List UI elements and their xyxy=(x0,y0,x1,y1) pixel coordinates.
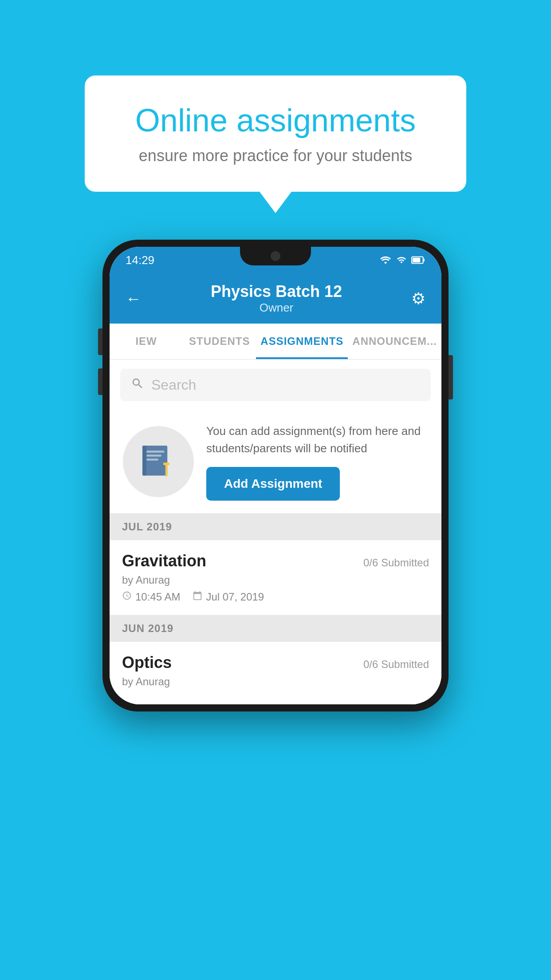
phone-notch xyxy=(240,247,311,265)
clock-icon xyxy=(122,591,132,603)
tab-assignments[interactable]: ASSIGNMENTS xyxy=(256,324,348,359)
search-bar[interactable]: Search xyxy=(120,369,431,401)
assignment-by-optics: by Anurag xyxy=(122,676,429,688)
svg-rect-5 xyxy=(146,450,165,453)
meta-time-gravitation: 10:45 AM xyxy=(122,591,180,603)
svg-rect-4 xyxy=(142,446,146,476)
assignment-name-optics: Optics xyxy=(122,653,172,672)
notebook-icon xyxy=(138,442,178,482)
header-title-group: Physics Batch 12 Owner xyxy=(211,282,342,315)
tabs-bar: IEW STUDENTS ASSIGNMENTS ANNOUNCEM... xyxy=(110,324,441,360)
phone-wrapper: 14:29 xyxy=(102,240,449,711)
bubble-title: Online assignments xyxy=(116,102,435,138)
phone-screen: 14:29 xyxy=(110,247,441,704)
date-value-gravitation: Jul 07, 2019 xyxy=(206,591,264,603)
promo-text: You can add assignment(s) from here and … xyxy=(206,423,428,457)
search-icon xyxy=(131,377,144,393)
header-title: Physics Batch 12 xyxy=(211,282,342,301)
tab-students[interactable]: STUDENTS xyxy=(183,324,256,359)
section-label-jun: JUN 2019 xyxy=(122,622,173,634)
status-icons xyxy=(379,255,425,265)
section-label-jul: JUL 2019 xyxy=(122,521,172,533)
wifi-icon xyxy=(379,255,392,265)
time-value-gravitation: 10:45 AM xyxy=(135,591,180,603)
svg-rect-9 xyxy=(163,462,169,465)
assignment-optics[interactable]: Optics 0/6 Submitted by Anurag xyxy=(110,642,441,704)
assignment-row-top-optics: Optics 0/6 Submitted xyxy=(122,653,429,672)
svg-rect-1 xyxy=(413,258,420,263)
calendar-icon xyxy=(193,591,202,603)
volume-down-button xyxy=(98,368,102,395)
section-jun-2019: JUN 2019 xyxy=(110,615,441,642)
phone-frame: 14:29 xyxy=(102,240,449,711)
back-button[interactable]: ← xyxy=(126,289,142,308)
assignment-by-gravitation: by Anurag xyxy=(122,574,429,586)
header-subtitle: Owner xyxy=(211,301,342,315)
promo-icon-circle xyxy=(123,426,194,497)
promo-content: You can add assignment(s) from here and … xyxy=(206,423,428,501)
clock-svg xyxy=(122,591,132,601)
assignment-name-gravitation: Gravitation xyxy=(122,552,206,570)
assignment-meta-gravitation: 10:45 AM Jul 07, 2019 xyxy=(122,591,429,603)
assignment-submitted-optics: 0/6 Submitted xyxy=(363,658,429,671)
power-button xyxy=(449,355,453,399)
volume-up-button xyxy=(98,328,102,355)
promo-card: You can add assignment(s) from here and … xyxy=(110,410,441,514)
meta-date-gravitation: Jul 07, 2019 xyxy=(193,591,264,603)
assignment-gravitation[interactable]: Gravitation 0/6 Submitted by Anurag 10:4… xyxy=(110,540,441,615)
section-jul-2019: JUL 2019 xyxy=(110,514,441,540)
tab-announcements[interactable]: ANNOUNCEM... xyxy=(348,324,441,359)
speech-bubble: Online assignments ensure more practice … xyxy=(85,75,466,192)
front-camera xyxy=(271,251,280,261)
settings-icon[interactable]: ⚙ xyxy=(411,289,425,308)
signal-icon xyxy=(396,255,407,265)
calendar-svg xyxy=(193,591,202,601)
battery-icon xyxy=(411,255,425,265)
add-assignment-button[interactable]: Add Assignment xyxy=(206,467,340,501)
app-header: ← Physics Batch 12 Owner ⚙ xyxy=(110,273,441,324)
assignment-submitted-gravitation: 0/6 Submitted xyxy=(363,557,429,569)
search-container: Search xyxy=(110,360,441,410)
bubble-subtitle: ensure more practice for your students xyxy=(116,146,435,165)
search-placeholder: Search xyxy=(151,377,196,393)
bubble-arrow xyxy=(260,192,291,213)
svg-rect-2 xyxy=(423,259,425,261)
speech-bubble-container: Online assignments ensure more practice … xyxy=(85,75,466,213)
svg-rect-7 xyxy=(146,458,158,461)
status-time: 14:29 xyxy=(126,253,154,267)
assignment-row-top: Gravitation 0/6 Submitted xyxy=(122,552,429,570)
svg-rect-6 xyxy=(146,454,161,457)
tab-iew[interactable]: IEW xyxy=(110,324,183,359)
search-svg xyxy=(131,377,144,390)
